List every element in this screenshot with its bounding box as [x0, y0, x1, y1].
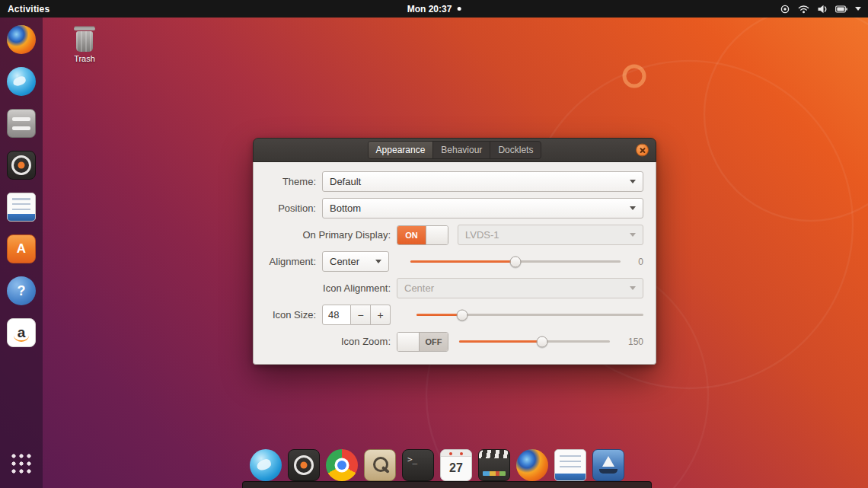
thunderbird-icon — [250, 449, 282, 481]
firefox-icon — [7, 25, 36, 54]
calendar-icon: 27 — [440, 449, 472, 481]
icon-zoom-slider[interactable] — [459, 336, 610, 348]
dock-item-writer[interactable] — [554, 448, 587, 483]
launcher-item-software[interactable]: A — [6, 234, 37, 264]
window-titlebar[interactable]: Appearance Behaviour Docklets — [253, 138, 656, 162]
amazon-icon: a — [7, 318, 36, 347]
dock-item-terminal[interactable]: >_ — [401, 448, 435, 483]
slider-fill — [410, 260, 515, 263]
position-label: Position: — [261, 203, 316, 214]
clock-text: Mon 20:37 — [407, 4, 452, 14]
theme-row: Theme: Default — [261, 168, 643, 195]
trash-desktop-icon[interactable]: Trash — [67, 26, 102, 63]
launcher-item-firefox[interactable] — [6, 24, 37, 55]
theme-value: Default — [330, 176, 361, 187]
tab-behaviour[interactable]: Behaviour — [433, 142, 490, 158]
tab-appearance[interactable]: Appearance — [369, 142, 434, 158]
caret-down-icon[interactable] — [855, 7, 861, 11]
slider-thumb[interactable] — [510, 256, 522, 267]
show-applications-button[interactable] — [6, 448, 37, 479]
launcher-item-thunderbird[interactable] — [6, 66, 37, 97]
theme-dropdown[interactable]: Default — [322, 171, 643, 192]
chevron-down-icon — [630, 206, 636, 210]
notification-dot — [457, 7, 461, 11]
top-bar: Activities Mon 20:37 — [0, 0, 868, 18]
toggle-off-label: OFF — [420, 333, 448, 351]
dock-item-video-editor[interactable] — [477, 448, 511, 483]
close-button[interactable] — [636, 144, 649, 157]
dock-item-firefox[interactable] — [515, 448, 549, 483]
icon-size-label: Icon Size: — [261, 309, 316, 321]
launcher-dock: A ? a — [0, 18, 43, 488]
icon-zoom-label: Icon Zoom: — [261, 336, 391, 347]
grid-dots-icon — [10, 452, 33, 475]
dock-item-thunderbird[interactable] — [249, 448, 282, 483]
launcher-item-amazon[interactable]: a — [6, 317, 37, 348]
icon-zoom-toggle[interactable]: OFF — [397, 332, 448, 352]
launcher-item-help[interactable]: ? — [6, 276, 37, 306]
volume-icon[interactable] — [817, 5, 828, 14]
alignment-row: Alignment: Center 0 — [261, 248, 643, 275]
dock-item-sailboat[interactable] — [592, 448, 625, 483]
position-dropdown[interactable]: Bottom — [322, 198, 643, 218]
alignment-slider-value: 0 — [627, 257, 643, 267]
toggle-knob — [397, 333, 420, 351]
battery-icon[interactable] — [835, 5, 847, 13]
primary-display-toggle[interactable]: ON — [397, 225, 448, 245]
libreoffice-writer-icon — [554, 449, 586, 481]
terminal-icon: >_ — [402, 449, 434, 481]
chevron-down-icon — [375, 260, 381, 263]
plank-preferences-window: Appearance Behaviour Docklets Theme: Def… — [253, 138, 656, 365]
launcher-item-file-manager[interactable] — [6, 108, 37, 139]
icon-size-input[interactable]: 48 — [322, 305, 351, 325]
wifi-icon[interactable] — [798, 5, 809, 14]
slider-thumb[interactable] — [456, 309, 468, 321]
chevron-down-icon — [630, 180, 636, 183]
toggle-on-label: ON — [397, 226, 426, 244]
clapperboard-icon — [478, 449, 510, 481]
toggle-knob — [426, 226, 448, 244]
help-icon: ? — [7, 276, 36, 305]
launcher-item-writer[interactable] — [6, 192, 37, 222]
preferences-body: Theme: Default Position: Bottom On Prima… — [253, 162, 656, 365]
desktop: Activities Mon 20:37 A ? — [0, 0, 868, 488]
chrome-icon — [326, 449, 358, 481]
trash-label: Trash — [67, 54, 102, 63]
display-dropdown[interactable]: LVDS-1 — [458, 225, 643, 245]
file-manager-icon — [7, 109, 36, 138]
tab-docklets[interactable]: Docklets — [490, 142, 541, 158]
dock-item-image-viewer[interactable] — [363, 448, 397, 483]
alignment-value: Center — [330, 256, 359, 267]
icon-alignment-dropdown[interactable]: Center — [397, 278, 643, 298]
alignment-slider[interactable] — [410, 256, 621, 268]
slider-fill — [459, 340, 542, 343]
dock-item-chrome[interactable] — [325, 448, 359, 483]
launcher-item-camera[interactable] — [6, 150, 37, 180]
dock-item-calendar[interactable]: 27 — [439, 448, 473, 483]
dock-item-camera[interactable] — [287, 448, 321, 483]
icon-alignment-label: Icon Alignment: — [261, 282, 391, 294]
slider-thumb[interactable] — [536, 336, 547, 347]
clock-menu[interactable]: Mon 20:37 — [407, 4, 461, 14]
increment-button[interactable]: + — [371, 305, 391, 325]
libreoffice-writer-icon — [7, 193, 36, 222]
chevron-down-icon — [630, 286, 636, 290]
icon-zoom-row: Icon Zoom: OFF 150 — [261, 328, 643, 355]
amazon-glyph: a — [18, 324, 26, 341]
activities-button[interactable]: Activities — [8, 4, 49, 14]
ubuntu-software-icon: A — [7, 234, 36, 263]
slider-fill — [416, 314, 462, 317]
icon-size-slider[interactable] — [416, 309, 643, 321]
screen-share-icon[interactable] — [780, 5, 790, 14]
firefox-icon — [516, 449, 548, 481]
icon-alignment-row: Icon Alignment: Center — [261, 275, 643, 301]
system-status-area[interactable] — [780, 5, 861, 14]
alignment-dropdown[interactable]: Center — [322, 251, 389, 272]
software-letter: A — [17, 241, 26, 257]
icon-zoom-slider-value: 150 — [617, 336, 643, 347]
decrement-button[interactable]: − — [351, 305, 371, 325]
alignment-label: Alignment: — [261, 256, 316, 267]
icon-size-row: Icon Size: 48 − + — [261, 301, 643, 328]
primary-display-label: On Primary Display: — [261, 229, 391, 241]
position-value: Bottom — [330, 203, 361, 214]
